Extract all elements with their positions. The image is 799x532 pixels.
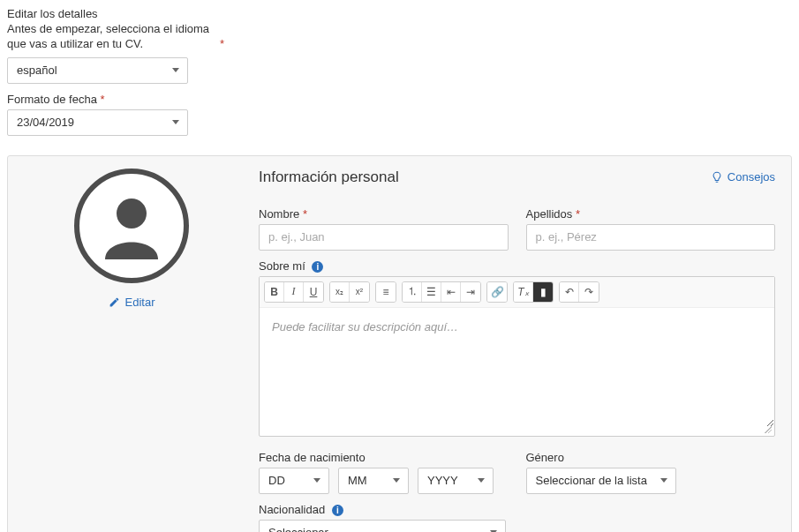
indent-button[interactable]: ⇥ — [461, 282, 480, 302]
nationality-label-text: Nacionalidad — [259, 503, 325, 516]
gender-select[interactable]: Seleccionar de la lista — [526, 468, 676, 494]
nationality-label: Nacionalidad i — [259, 503, 775, 516]
about-textarea[interactable]: Puede facilitar su descripción aquí… — [260, 308, 774, 427]
person-icon — [94, 189, 169, 263]
rich-text-editor: B I U x₂ x² ≡ ⒈ ☰ ⇤ ⇥ — [259, 276, 775, 437]
required-marker: * — [303, 207, 307, 221]
dob-day-select[interactable]: DD — [259, 468, 329, 494]
personal-info-card: Editar Información personal Consejos Nom… — [7, 155, 792, 532]
tips-link[interactable]: Consejos — [711, 170, 775, 184]
required-marker: * — [101, 93, 105, 106]
resize-handle[interactable] — [260, 427, 774, 436]
language-instruction: Antes de empezar, selecciona el idioma q… — [7, 22, 219, 52]
unordered-list-button[interactable]: ☰ — [422, 282, 441, 302]
nationality-select[interactable]: Seleccionar — [259, 520, 506, 532]
svg-point-0 — [117, 199, 147, 229]
align-button[interactable]: ≡ — [376, 282, 396, 302]
about-label: Sobre mí i — [259, 259, 775, 273]
underline-button[interactable]: U — [304, 282, 323, 302]
section-heading-personal: Información personal — [259, 169, 399, 186]
info-icon[interactable]: i — [332, 505, 343, 516]
date-format-label-text: Formato de fecha — [7, 93, 97, 106]
last-name-label: Apellidos * — [526, 207, 776, 221]
redo-button[interactable]: ↷ — [579, 282, 599, 302]
avatar-placeholder — [74, 169, 189, 283]
tips-text: Consejos — [727, 170, 775, 184]
superscript-button[interactable]: x² — [350, 282, 369, 302]
gender-label: Género — [526, 451, 776, 464]
required-marker: * — [220, 37, 224, 52]
bold-button[interactable]: B — [265, 282, 284, 302]
info-icon[interactable]: i — [312, 261, 323, 273]
italic-button[interactable]: I — [284, 282, 304, 302]
first-name-label-text: Nombre — [259, 207, 299, 221]
edit-avatar-link[interactable]: Editar — [109, 296, 155, 309]
date-format-label: Formato de fecha * — [7, 93, 792, 106]
dob-year-select[interactable]: YYYY — [418, 468, 494, 494]
undo-button[interactable]: ↶ — [560, 282, 579, 302]
editor-toolbar: B I U x₂ x² ≡ ⒈ ☰ ⇤ ⇥ — [260, 277, 774, 308]
last-name-label-text: Apellidos — [526, 207, 573, 221]
pencil-icon — [109, 296, 120, 308]
required-marker: * — [576, 207, 580, 221]
instruction-text: Antes de empezar, selecciona el idioma q… — [7, 22, 209, 50]
clear-format-button[interactable]: Tₓ — [514, 282, 533, 302]
link-button[interactable]: 🔗 — [487, 282, 507, 302]
paste-button[interactable]: ▮ — [533, 282, 553, 302]
edit-avatar-text: Editar — [125, 296, 155, 309]
last-name-input[interactable] — [526, 224, 776, 251]
first-name-input[interactable] — [259, 224, 509, 251]
outdent-button[interactable]: ⇤ — [441, 282, 461, 302]
dob-month-select[interactable]: MM — [338, 468, 409, 494]
first-name-label: Nombre * — [259, 207, 509, 221]
page-title: Editar los detalles — [7, 7, 792, 20]
ordered-list-button[interactable]: ⒈ — [403, 282, 422, 302]
lightbulb-icon — [711, 171, 723, 184]
language-select[interactable]: español — [7, 57, 188, 84]
date-format-select[interactable]: 23/04/2019 — [7, 109, 188, 136]
about-label-text: Sobre mí — [259, 259, 305, 273]
dob-label: Fecha de nacimiento — [259, 451, 509, 464]
subscript-button[interactable]: x₂ — [330, 282, 350, 302]
